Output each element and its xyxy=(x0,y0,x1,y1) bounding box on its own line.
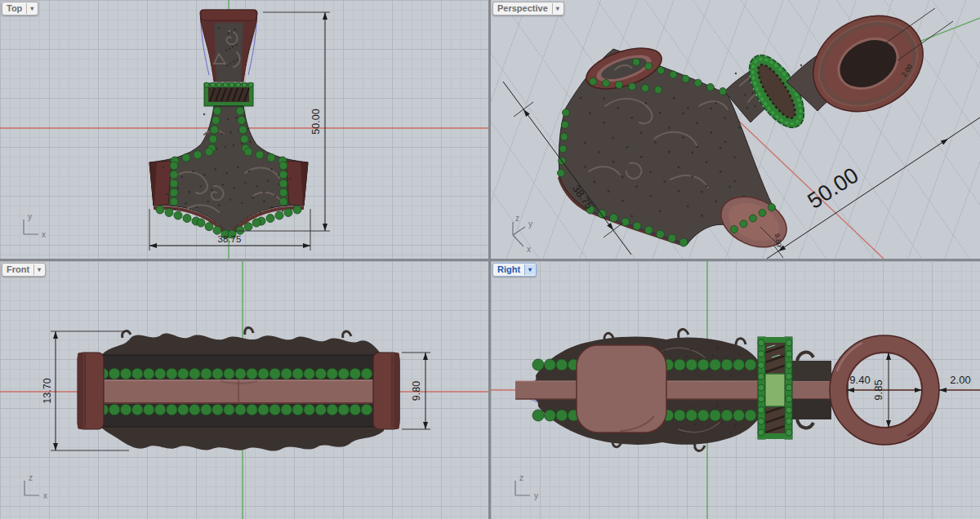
viewport-canvas-top[interactable]: 50.00 38.75 y x xyxy=(0,0,488,259)
dimension-9-80[interactable]: 9.80 xyxy=(402,353,430,429)
cplane-axis-gnomon: y x xyxy=(24,212,46,239)
model-top-view[interactable] xyxy=(149,10,308,238)
viewport-title-front[interactable]: Front ▾ xyxy=(2,263,46,277)
dimension-50-perspective[interactable]: 50.00 xyxy=(767,118,980,259)
svg-text:9.85: 9.85 xyxy=(872,379,884,400)
svg-text:z: z xyxy=(519,473,523,482)
dimension-9-85[interactable]: 9.85 xyxy=(872,353,891,428)
viewport-perspective[interactable]: 38.75 50.00 9.80 2.00 z y xyxy=(491,0,980,259)
viewport-title-right[interactable]: Right ▾ xyxy=(492,263,537,277)
viewport-title-text: Front xyxy=(7,264,29,275)
cplane-axis-gnomon: z y xyxy=(515,473,538,500)
viewport-title-text: Top xyxy=(7,3,22,14)
svg-text:y: y xyxy=(534,491,538,500)
svg-text:9.80: 9.80 xyxy=(411,381,422,401)
viewport-top[interactable]: 50.00 38.75 y x Top ▾ xyxy=(0,0,488,259)
viewport-canvas-perspective[interactable]: 38.75 50.00 9.80 2.00 z y xyxy=(491,0,980,259)
svg-text:x: x xyxy=(42,230,46,239)
model-perspective-view[interactable] xyxy=(558,0,940,257)
svg-text:50.00: 50.00 xyxy=(804,162,863,213)
viewport-menu-arrow-icon[interactable]: ▾ xyxy=(524,264,536,275)
svg-text:38.75: 38.75 xyxy=(218,234,242,244)
viewport-title-text: Right xyxy=(497,264,520,275)
svg-text:x: x xyxy=(527,245,531,254)
dimension-2-00[interactable]: 2.00 xyxy=(939,374,980,393)
bead-chain xyxy=(279,162,287,206)
viewport-title-perspective[interactable]: Perspective ▾ xyxy=(492,2,564,16)
svg-text:z: z xyxy=(29,473,33,482)
bead-chain xyxy=(170,162,178,206)
svg-text:50.00: 50.00 xyxy=(310,109,322,134)
svg-text:y: y xyxy=(528,220,532,228)
svg-text:9.40: 9.40 xyxy=(849,374,870,386)
viewport-title-text: Perspective xyxy=(497,3,548,14)
cad-four-viewport-workspace: 50.00 38.75 y x Top ▾ xyxy=(0,0,980,519)
viewport-menu-arrow-icon[interactable]: ▾ xyxy=(552,3,559,14)
svg-text:y: y xyxy=(28,212,32,221)
svg-text:2.00: 2.00 xyxy=(950,374,970,386)
viewport-title-top[interactable]: Top ▾ xyxy=(2,2,38,16)
cplane-axis-gnomon: z x xyxy=(24,473,47,500)
viewport-right[interactable]: 9.40 9.85 2.00 z y Right ▾ xyxy=(491,261,980,519)
viewport-menu-arrow-icon[interactable]: ▾ xyxy=(26,3,33,14)
model-front-view[interactable] xyxy=(78,327,399,450)
viewport-canvas-front[interactable]: 13.70 9.80 z x xyxy=(0,261,488,519)
viewport-front[interactable]: 13.70 9.80 z x Front ▾ xyxy=(0,261,488,519)
dimension-9-40[interactable]: 9.40 xyxy=(847,374,922,393)
viewport-canvas-right[interactable]: 9.40 9.85 2.00 z y xyxy=(491,261,980,519)
svg-text:x: x xyxy=(43,491,47,500)
collar-beads xyxy=(758,339,764,436)
collar-beads xyxy=(786,339,792,436)
viewport-menu-arrow-icon[interactable]: ▾ xyxy=(33,264,41,275)
cplane-axis-gnomon: z y x xyxy=(513,214,532,254)
svg-text:z: z xyxy=(515,214,519,223)
svg-text:13.70: 13.70 xyxy=(42,378,53,403)
